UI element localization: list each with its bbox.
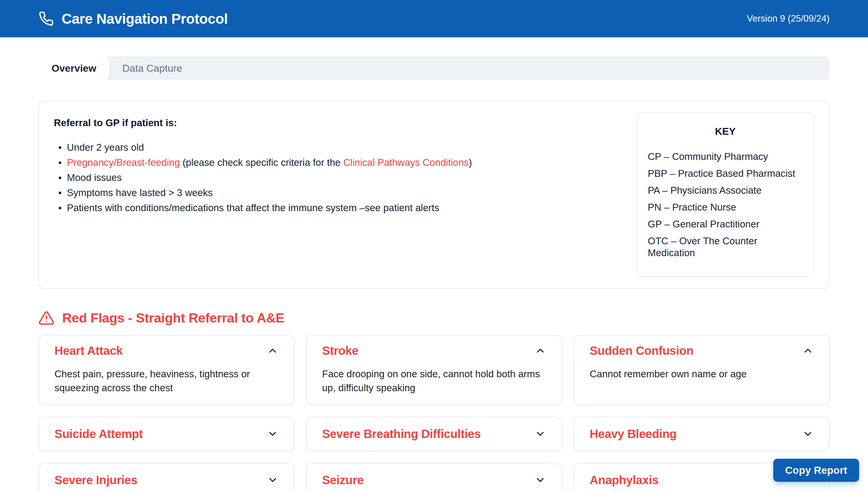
main-content: Overview Data Capture Referral to GP if … (38, 56, 830, 491)
red-flag-card: Heart AttackChest pain, pressure, heavin… (38, 335, 294, 405)
key-item: PBP – Practice Based Pharmacist (648, 168, 803, 179)
key-item: CP – Community Pharmacy (648, 151, 803, 163)
red-flag-card-title: Sudden Confusion (590, 344, 694, 357)
referral-item-mood: Mood issues (54, 172, 619, 183)
red-flag-card-title: Severe Injuries (55, 473, 138, 487)
app-header: Care Navigation Protocol Version 9 (25/0… (0, 0, 868, 37)
version-label: Version 9 (25/09/24) (747, 13, 830, 24)
red-flag-card-header[interactable]: Severe Breathing Difficulties (322, 417, 546, 451)
referral-item-symptoms-duration: Symptoms have lasted > 3 weeks (54, 187, 619, 199)
referral-heading: Referral to GP if patient is: (54, 117, 619, 128)
key-item: PN – Practice Nurse (648, 201, 803, 213)
tab-overview[interactable]: Overview (38, 56, 109, 80)
red-flag-card-title: Seizure (322, 473, 363, 487)
chevron-down-icon (802, 428, 813, 439)
red-flag-card-header[interactable]: Heavy Bleeding (590, 417, 813, 451)
red-flag-card-body: Chest pain, pressure, heaviness, tightne… (55, 367, 278, 395)
key-item: PA – Physicians Associate (648, 184, 803, 196)
red-flag-card: Severe Breathing Difficulties (306, 417, 562, 451)
pregnancy-link[interactable]: Pregnancy/Breast-feeding (67, 157, 180, 168)
referral-item-immune-system: Patients with conditions/medications tha… (54, 202, 619, 214)
referral-item-pregnancy: Pregnancy/Breast-feeding (please check s… (54, 157, 619, 169)
page-title: Care Navigation Protocol (62, 11, 228, 27)
referral-list: Under 2 years old Pregnancy/Breast-feedi… (54, 142, 619, 214)
red-flags-title: Red Flags - Straight Referral to A&E (62, 310, 284, 326)
chevron-up-icon (535, 345, 546, 356)
chevron-up-icon (267, 345, 278, 356)
key-title: KEY (648, 125, 803, 137)
red-flag-card: StrokeFace drooping on one side, cannot … (306, 335, 562, 405)
referral-item-pregnancy-suffix: ) (469, 157, 472, 168)
chevron-down-icon (535, 474, 546, 486)
red-flag-card-header[interactable]: Sudden Confusion (590, 336, 813, 366)
key-item: OTC – Over The Counter Medication (648, 235, 803, 259)
red-flags-grid: Heart AttackChest pain, pressure, heavin… (38, 335, 830, 491)
red-flag-card: Sudden ConfusionCannot remember own name… (574, 335, 830, 405)
referral-item-pregnancy-text: (please check specific criteria for the (180, 157, 343, 168)
red-flag-card-title: Heart Attack (55, 344, 123, 357)
tab-data-capture[interactable]: Data Capture (109, 56, 195, 80)
referral-panel: Referral to GP if patient is: Under 2 ye… (38, 101, 830, 289)
red-flag-card-title: Severe Breathing Difficulties (322, 427, 481, 441)
referral-criteria: Referral to GP if patient is: Under 2 ye… (54, 113, 619, 277)
red-flag-card-header[interactable]: Seizure (322, 463, 546, 491)
red-flag-card-header[interactable]: Heart Attack (55, 336, 278, 366)
phone-icon (38, 11, 54, 26)
red-flag-card-title: Stroke (322, 344, 359, 357)
red-flag-card-header[interactable]: Stroke (322, 336, 546, 366)
red-flag-card-body: Cannot remember own name or age (590, 367, 813, 381)
red-flag-card-body: Face drooping on one side, cannot hold b… (322, 367, 546, 395)
key-list: CP – Community PharmacyPBP – Practice Ba… (648, 151, 803, 259)
red-flag-card-header[interactable]: Severe Injuries (55, 463, 278, 491)
chevron-down-icon (267, 474, 278, 486)
tab-bar: Overview Data Capture (38, 56, 830, 80)
red-flag-card-title: Heavy Bleeding (590, 427, 677, 441)
referral-item-under-2: Under 2 years old (54, 142, 619, 153)
red-flag-card: Heavy Bleeding (574, 417, 830, 451)
key-panel: KEY CP – Community PharmacyPBP – Practic… (636, 113, 814, 277)
red-flag-card: Seizure (306, 463, 562, 491)
red-flag-card-title: Suicide Attempt (55, 427, 143, 441)
copy-report-button[interactable]: Copy Report (773, 459, 859, 482)
red-flag-card-header[interactable]: Suicide Attempt (55, 417, 278, 451)
red-flag-card: Suicide Attempt (38, 417, 294, 451)
chevron-up-icon (802, 345, 813, 356)
page: { "header": { "title": "Care Navigation … (0, 0, 868, 491)
red-flag-card-title: Anaphylaxis (590, 473, 658, 487)
red-flags-heading: Red Flags - Straight Referral to A&E (38, 310, 830, 326)
warning-icon (38, 310, 55, 326)
chevron-down-icon (535, 428, 546, 439)
key-item: GP – General Practitioner (648, 218, 803, 230)
chevron-down-icon (267, 428, 278, 439)
red-flag-card: Severe Injuries (38, 463, 294, 491)
clinical-pathways-link[interactable]: Clinical Pathways Conditions (343, 157, 469, 168)
